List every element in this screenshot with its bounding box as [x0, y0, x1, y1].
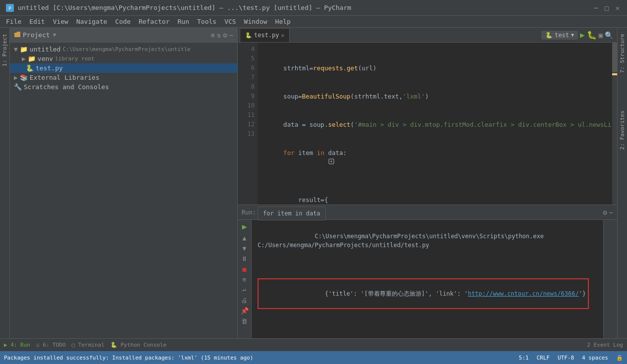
libs-icon: 📚 [20, 74, 28, 81]
hide-icon[interactable]: − [229, 31, 233, 39]
left-sidebar-tabs: 1: Project [0, 28, 10, 338]
run-config-dropdown[interactable]: ▼ [571, 32, 574, 38]
editor-tab-testpy[interactable]: 🐍 test.py ✕ [240, 28, 290, 42]
run-list-icon[interactable]: ≡ [243, 276, 247, 283]
run-trash-icon[interactable]: 🗑 [241, 317, 248, 325]
tree-label-untitled: untitled [30, 46, 61, 53]
menu-navigate[interactable]: Navigate [72, 17, 111, 26]
menu-code[interactable]: Code [111, 17, 135, 26]
code-content[interactable]: strhtml=requests.get(url) soup=Beautiful… [258, 43, 612, 205]
minimize-button[interactable]: ─ [592, 4, 599, 11]
sidebar-tab-project[interactable]: 1: Project [0, 30, 9, 70]
status-bar: Packages installed successfully: Install… [0, 351, 627, 364]
run-play-icon[interactable]: ▶ [242, 222, 247, 231]
right-sidebar: 7: Structure 2: Favorites [617, 28, 627, 338]
output-line-1: C:\Users\mengma\PycharmProjects\untitled… [258, 223, 597, 259]
run-body: ▶ ▲ ▼ ⏸ ■ ≡ ↩ 🖨 📌 🗑 [238, 220, 617, 338]
todo-tab-bottom[interactable]: ☑ 6: TODO [36, 342, 66, 348]
editor-scrollbar[interactable] [612, 43, 617, 205]
python-console-tab-bottom[interactable]: 🐍 Python Console [110, 342, 166, 348]
svg-text:P: P [8, 6, 11, 11]
run-button[interactable]: ▶ [580, 30, 585, 40]
folder-icon-venv: 📁 [28, 55, 36, 62]
project-header: Project ▼ ⊕ ⇅ ⚙ − [10, 28, 237, 43]
run-config-label[interactable]: 🐍 test ▼ [541, 31, 578, 40]
tree-item-venv[interactable]: ▶ 📁 venv library root [10, 54, 237, 63]
scratches-icon: 🔧 [14, 83, 22, 91]
settings-icon[interactable]: ⚙ [223, 31, 227, 39]
menu-run[interactable]: Run [174, 17, 193, 26]
code-line-5: soup=BeautifulSoup(strhtml.text,'lxml') [261, 92, 608, 101]
titlebar: P untitled [C:\Users\mengma\PycharmProje… [0, 0, 627, 16]
tree-item-external-libs[interactable]: ▶ 📚 External Libraries [10, 73, 237, 82]
menu-window[interactable]: Window [240, 17, 271, 26]
middle-section: 1: Project Project ▼ ⊕ ⇅ ⚙ − [0, 28, 627, 351]
output-link[interactable]: http://www.cntour.cn/news/6366/ [468, 290, 579, 297]
menu-help[interactable]: Help [271, 17, 295, 26]
menu-edit[interactable]: Edit [25, 17, 49, 26]
tree-item-testpy[interactable]: 🐍 test.py [10, 63, 237, 73]
code-line-8: result={ [261, 195, 608, 205]
run-config-name: test [555, 32, 569, 39]
tree-arrow-venv: ▶ [22, 55, 26, 62]
status-charset[interactable]: UTF-8 [558, 355, 574, 361]
run-hide-icon[interactable]: − [609, 208, 613, 216]
project-tree: ▼ 📁 untitled C:\Users\mengma\PycharmProj… [10, 43, 237, 338]
app-icon: P [6, 4, 14, 12]
menu-refactor[interactable]: Refactor [135, 17, 174, 26]
tree-label-testpy: test.py [36, 64, 63, 72]
run-stop-icon[interactable]: ■ [243, 265, 247, 273]
project-dropdown-icon[interactable]: ▼ [53, 32, 56, 38]
menu-file[interactable]: File [2, 17, 25, 26]
search-button[interactable]: 🔍 [605, 31, 613, 39]
run-tab-bottom[interactable]: ▶ 4: Run [4, 342, 30, 348]
close-button[interactable]: ✕ [614, 4, 621, 11]
run-pin-icon[interactable]: 📌 [241, 307, 249, 314]
line-numbers: 4 5 6 7 8 9 10 11 12 13 [238, 43, 258, 205]
terminal-tab-bottom[interactable]: ▢ Terminal [72, 342, 104, 348]
run-pause-icon[interactable]: ⏸ [241, 255, 248, 262]
menu-view[interactable]: View [49, 17, 72, 26]
maximize-button[interactable]: □ [603, 4, 610, 11]
tab-label: test.py [254, 32, 279, 39]
window-controls: ─ □ ✕ [592, 4, 621, 11]
output-highlighted-result: {'title': '[带着尊重的心态旅游]', 'link': 'http:/… [258, 278, 589, 309]
run-scroll-down[interactable]: ▼ [243, 245, 247, 252]
status-crlf[interactable]: CRLF [536, 355, 550, 361]
code-line-7: for item in data: [261, 148, 608, 176]
run-scroll-up[interactable]: ▲ [243, 234, 247, 242]
sidebar-tab-favorites[interactable]: 2: Favorites [618, 106, 627, 154]
tree-item-scratches[interactable]: 🔧 Scratches and Consoles [10, 82, 237, 92]
run-panel: Run: 🐍 test ✕ ⚙ − ▶ [238, 205, 617, 338]
debug-button[interactable]: 🐛 [587, 30, 597, 40]
code-line-4: strhtml=requests.get(url) [261, 63, 608, 73]
run-settings-icon[interactable]: ⚙ [603, 208, 607, 216]
tree-label-venv: venv [38, 55, 53, 62]
run-print-icon[interactable]: 🖨 [241, 297, 248, 304]
python-file-icon-test: 🐍 [26, 64, 34, 72]
tree-path-venv: library root [55, 55, 94, 62]
status-position[interactable]: 5:1 [519, 355, 529, 361]
tab-file-icon: 🐍 [245, 32, 252, 39]
coverage-button[interactable]: ▣ [599, 31, 603, 39]
expand-icon[interactable]: ⇅ [217, 31, 221, 39]
status-indent[interactable]: 4 spaces [582, 355, 608, 361]
bottom-tabs: ▶ 4: Run ☑ 6: TODO ▢ Terminal 🐍 Python C… [0, 338, 627, 351]
event-log-tab[interactable]: 2 Event Log [587, 342, 623, 348]
status-lock-icon: 🔒 [616, 355, 623, 361]
tree-label-scratches: Scratches and Consoles [24, 83, 109, 91]
tree-item-untitled[interactable]: ▼ 📁 untitled C:\Users\mengma\PycharmProj… [10, 45, 237, 54]
menu-vcs[interactable]: VCS [220, 17, 240, 26]
sidebar-tab-structure[interactable]: 7: Structure [618, 30, 627, 77]
menu-tools[interactable]: Tools [193, 17, 220, 26]
project-header-icons: ⊕ ⇅ ⚙ − [210, 31, 233, 39]
menubar: File Edit View Navigate Code Refactor Ru… [0, 16, 627, 28]
run-wrap-icon[interactable]: ↩ [243, 286, 247, 294]
code-editor: 4 5 6 7 8 9 10 11 12 13 [238, 43, 617, 205]
run-label: Run: [242, 209, 256, 216]
tab-close-icon[interactable]: ✕ [281, 32, 285, 39]
editor-run-split: 🐍 test.py ✕ 🐍 test ▼ ▶ 🐛 [238, 28, 617, 338]
locate-icon[interactable]: ⊕ [210, 31, 214, 39]
run-right-scrollbar[interactable] [603, 220, 617, 338]
project-panel: Project ▼ ⊕ ⇅ ⚙ − ▼ 📁 untitled [10, 28, 238, 338]
